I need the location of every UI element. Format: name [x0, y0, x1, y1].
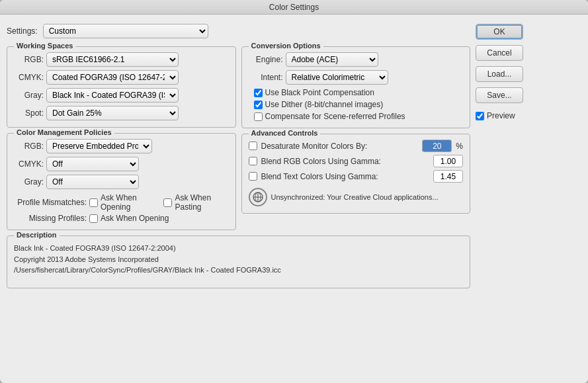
two-columns: Working Spaces RGB: sRGB IEC61966-2.1 CM… [7, 46, 470, 230]
left-col: Working Spaces RGB: sRGB IEC61966-2.1 CM… [7, 46, 236, 230]
window-title: Color Settings [269, 3, 319, 12]
cm-rgb-label: RGB: [14, 142, 44, 151]
color-settings-window: Color Settings Settings: Custom Working … [0, 0, 588, 383]
gray-row: Gray: Black Ink - Coated FOGRA39 (ISO 12… [14, 88, 229, 103]
cmyk-label: CMYK: [14, 73, 44, 82]
dither-row: Use Dither (8-bit/channel images) [254, 100, 464, 109]
black-point-checkbox[interactable] [254, 89, 263, 97]
color-management-title: Color Management Policies [14, 128, 114, 136]
settings-row: Settings: Custom [7, 21, 470, 41]
blend-rgb-input[interactable] [433, 155, 463, 167]
cancel-button[interactable]: Cancel [476, 45, 523, 61]
missing-ask-opening-label: Ask When Opening [101, 214, 169, 223]
preview-row: Preview [476, 111, 581, 120]
blend-text-row: Blend Text Colors Using Gamma: [249, 170, 464, 183]
intent-row: Intent: Relative Colorimetric [249, 70, 464, 85]
description-text: Black Ink - Coated FOGRA39 (ISO 12647-2:… [14, 243, 463, 276]
rgb-row: RGB: sRGB IEC61966-2.1 [14, 52, 229, 67]
compensate-row: Compensate for Scene-referred Profiles [254, 112, 464, 121]
blend-rgb-checkbox[interactable] [249, 157, 257, 165]
cm-gray-row: Gray: Off [14, 175, 229, 189]
mismatches-ask-pasting-checkbox[interactable] [163, 198, 172, 207]
rgb-label: RGB: [14, 55, 44, 64]
intent-label: Intent: [249, 73, 283, 82]
cm-gray-label: Gray: [14, 177, 44, 187]
gray-select[interactable]: Black Ink - Coated FOGRA39 (ISO 12647-2:… [46, 88, 179, 103]
cm-gray-select[interactable]: Off [46, 175, 139, 189]
right-col: Conversion Options Engine: Adobe (ACE) I… [241, 46, 471, 230]
ok-button[interactable]: OK [476, 24, 523, 40]
sync-row: Unsynchronized: Your Creative Cloud appl… [249, 188, 464, 206]
spot-row: Spot: Dot Gain 25% [14, 106, 229, 120]
compensate-label: Compensate for Scene-referred Profiles [265, 112, 405, 121]
spot-label: Spot: [14, 108, 44, 118]
mismatches-ask-pasting-label: Ask When Pasting [175, 193, 228, 212]
mismatches-ask-opening-label: Ask When Opening [101, 193, 157, 212]
desaturate-checkbox[interactable] [249, 142, 257, 150]
compensate-checkbox[interactable] [254, 112, 263, 121]
preview-label: Preview [487, 111, 515, 120]
engine-label: Engine: [249, 55, 283, 64]
load-button[interactable]: Load... [476, 66, 523, 82]
desaturate-pct: % [456, 142, 463, 151]
sync-text: Unsynchronized: Your Creative Cloud appl… [271, 193, 439, 201]
preview-checkbox[interactable] [476, 112, 484, 120]
spot-select[interactable]: Dot Gain 25% [46, 106, 179, 120]
intent-select[interactable]: Relative Colorimetric [286, 70, 388, 85]
cm-rgb-select[interactable]: Preserve Embedded Profiles [46, 139, 152, 153]
title-bar: Color Settings [0, 0, 588, 15]
color-management-group: Color Management Policies RGB: Preserve … [7, 133, 236, 230]
dither-label: Use Dither (8-bit/channel images) [265, 100, 384, 109]
right-panel: OK Cancel Load... Save... Preview [476, 21, 581, 376]
missing-ask-opening-checkbox[interactable] [89, 214, 98, 223]
cm-rgb-row: RGB: Preserve Embedded Profiles [14, 139, 229, 153]
engine-select[interactable]: Adobe (ACE) [286, 52, 378, 67]
blend-text-input[interactable] [433, 170, 463, 183]
rgb-select[interactable]: sRGB IEC61966-2.1 [46, 52, 179, 67]
missing-profiles-row: Missing Profiles: Ask When Opening [14, 214, 229, 223]
blend-rgb-label: Blend RGB Colors Using Gamma: [261, 157, 430, 166]
black-point-label: Use Black Point Compensation [265, 88, 374, 97]
cm-cmyk-label: CMYK: [14, 159, 44, 169]
profile-mismatches-label: Profile Mismatches: [14, 198, 87, 207]
sync-icon [249, 188, 267, 206]
desaturate-row: Desaturate Monitor Colors By: % [249, 140, 464, 152]
cmyk-row: CMYK: Coated FOGRA39 (ISO 12647-2:2004) [14, 70, 229, 85]
cm-cmyk-select[interactable]: Off [46, 157, 139, 171]
working-spaces-group: Working Spaces RGB: sRGB IEC61966-2.1 CM… [7, 46, 236, 128]
mismatches-ask-opening-checkbox[interactable] [89, 198, 98, 207]
gray-label: Gray: [14, 91, 44, 100]
profile-mismatches-row: Profile Mismatches: Ask When Opening Ask… [14, 193, 229, 212]
desaturate-input[interactable] [422, 140, 452, 152]
blend-text-label: Blend Text Colors Using Gamma: [261, 172, 430, 181]
cm-cmyk-row: CMYK: Off [14, 157, 229, 171]
description-title: Description [14, 231, 60, 239]
save-button[interactable]: Save... [476, 87, 523, 103]
working-spaces-title: Working Spaces [14, 42, 75, 50]
cmyk-select[interactable]: Coated FOGRA39 (ISO 12647-2:2004) [46, 70, 179, 85]
conversion-options-group: Conversion Options Engine: Adobe (ACE) I… [241, 46, 471, 128]
dither-checkbox[interactable] [254, 101, 263, 109]
conversion-options-title: Conversion Options [249, 42, 323, 50]
advanced-controls-group: Advanced Controls Desaturate Monitor Col… [241, 134, 471, 214]
description-box: Description Black Ink - Coated FOGRA39 (… [7, 235, 470, 288]
missing-profiles-label: Missing Profiles: [14, 214, 87, 223]
black-point-row: Use Black Point Compensation [254, 88, 464, 97]
desaturate-label: Desaturate Monitor Colors By: [261, 142, 419, 151]
advanced-controls-title: Advanced Controls [249, 129, 321, 137]
settings-select[interactable]: Custom [43, 24, 208, 38]
main-panel: Settings: Custom Working Spaces RGB: sR [7, 21, 470, 376]
blend-rgb-row: Blend RGB Colors Using Gamma: [249, 155, 464, 167]
blend-text-checkbox[interactable] [249, 172, 257, 181]
engine-row: Engine: Adobe (ACE) [249, 52, 464, 67]
settings-label: Settings: [7, 26, 38, 36]
